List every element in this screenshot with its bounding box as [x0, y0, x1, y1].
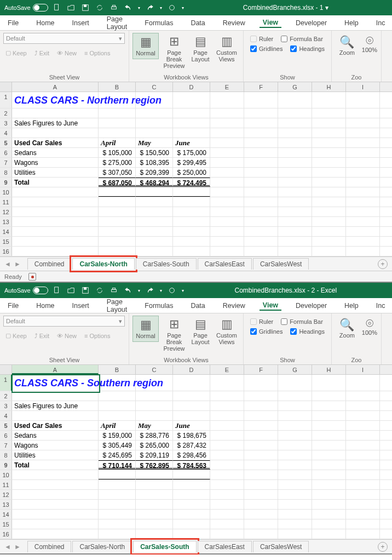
cell[interactable] — [244, 92, 278, 108]
cell[interactable] — [244, 118, 278, 128]
cell[interactable]: $ 307,050 — [99, 168, 136, 177]
cell[interactable] — [312, 237, 346, 246]
cell[interactable] — [244, 401, 278, 410]
row-header-13[interactable]: 13 — [0, 217, 12, 226]
cell[interactable] — [278, 217, 312, 226]
cell[interactable] — [136, 118, 173, 128]
cell[interactable] — [346, 375, 380, 391]
exit-button[interactable]: ⤴ Exit — [32, 48, 51, 58]
headings-checkbox[interactable]: Headings — [290, 45, 324, 52]
cell[interactable] — [244, 411, 278, 420]
cell[interactable] — [278, 168, 312, 177]
cell[interactable] — [136, 108, 173, 118]
cell[interactable] — [173, 490, 210, 499]
cell[interactable] — [136, 470, 173, 479]
autosave-toggle[interactable]: AutoSave — [4, 287, 48, 294]
page-break-preview-button[interactable]: ⊞Page Break Preview — [161, 316, 187, 354]
zoom-button[interactable]: 🔍Zoom — [335, 316, 359, 341]
undo-dropdown-icon[interactable]: ▾ — [138, 5, 140, 10]
new-button[interactable]: 👁 New — [55, 331, 79, 340]
undo-icon[interactable] — [124, 3, 132, 12]
cell[interactable] — [278, 158, 312, 167]
open-icon[interactable] — [67, 3, 76, 12]
cell[interactable] — [210, 401, 244, 410]
cell[interactable] — [244, 441, 278, 450]
ribbon-tab-insert[interactable]: Insert — [69, 301, 93, 311]
cell[interactable] — [346, 118, 380, 128]
cell[interactable] — [244, 450, 278, 460]
ruler-checkbox[interactable]: Ruler — [250, 318, 273, 325]
cell[interactable] — [99, 187, 136, 197]
cell[interactable] — [99, 108, 136, 118]
gridlines-checkbox[interactable]: Gridlines — [250, 328, 283, 335]
cell[interactable] — [136, 247, 173, 256]
cell[interactable]: $ 175,000 — [173, 148, 210, 157]
cell[interactable]: Total — [12, 178, 99, 187]
cell[interactable] — [278, 490, 312, 499]
col-header-G[interactable]: G — [278, 365, 312, 374]
cell[interactable] — [12, 529, 99, 539]
cell[interactable]: $ 198,675 — [173, 431, 210, 440]
cell[interactable] — [136, 480, 173, 489]
cell[interactable]: $ 762,895 — [136, 460, 173, 470]
cell[interactable] — [210, 138, 244, 147]
cell[interactable] — [278, 197, 312, 207]
row-header-13[interactable]: 13 — [0, 500, 12, 509]
cell[interactable] — [210, 148, 244, 157]
cell[interactable] — [99, 217, 136, 226]
cell[interactable] — [210, 500, 244, 509]
cell[interactable] — [173, 401, 210, 410]
cell[interactable] — [244, 480, 278, 489]
cell[interactable] — [244, 490, 278, 499]
cell[interactable] — [278, 431, 312, 440]
row-header-11[interactable]: 11 — [0, 197, 12, 207]
cell[interactable] — [312, 460, 346, 470]
cell[interactable] — [210, 92, 244, 108]
cell[interactable] — [244, 519, 278, 529]
cell[interactable]: $ 150,500 — [136, 148, 173, 157]
cell[interactable] — [346, 158, 380, 167]
cell[interactable]: Used Car Sales — [12, 138, 99, 147]
cell[interactable]: $ 305,449 — [99, 441, 136, 450]
ribbon-tab-help[interactable]: Help — [341, 301, 362, 311]
undo-icon[interactable] — [124, 286, 132, 295]
open-icon[interactable] — [67, 286, 76, 295]
row-header-16[interactable]: 16 — [0, 247, 12, 256]
cell[interactable] — [12, 197, 99, 207]
cell[interactable]: $ 298,456 — [173, 450, 210, 460]
row-header-15[interactable]: 15 — [0, 519, 12, 529]
select-all-corner[interactable] — [0, 365, 12, 374]
cell[interactable] — [173, 187, 210, 197]
row-header-3[interactable]: 3 — [0, 118, 12, 128]
ribbon-tab-view[interactable]: View — [260, 18, 281, 28]
cell[interactable] — [312, 187, 346, 197]
cell[interactable] — [278, 118, 312, 128]
cell[interactable] — [244, 148, 278, 157]
select-all-corner[interactable] — [0, 82, 12, 92]
cell[interactable] — [278, 128, 312, 138]
cell[interactable] — [244, 431, 278, 440]
cell[interactable] — [312, 227, 346, 236]
undo-dropdown-icon[interactable]: ▾ — [138, 288, 140, 293]
cell[interactable] — [12, 480, 99, 489]
cell[interactable] — [12, 237, 99, 246]
cell[interactable] — [346, 519, 380, 529]
keep-button[interactable]: ▢ Keep — [3, 48, 29, 58]
sheet-tab-carsaleseast[interactable]: CarSalesEast — [198, 541, 252, 552]
cell[interactable] — [278, 92, 312, 108]
cell[interactable] — [173, 247, 210, 256]
cell[interactable]: April — [99, 421, 136, 430]
sheet-tab-carsales-north[interactable]: CarSales-North — [72, 258, 134, 270]
gridlines-checkbox[interactable]: Gridlines — [250, 45, 283, 52]
cell[interactable] — [346, 128, 380, 138]
sheet-tab-carsaleseast[interactable]: CarSalesEast — [198, 258, 252, 270]
sync-icon[interactable] — [95, 286, 104, 295]
cell[interactable] — [173, 237, 210, 246]
title-cell[interactable]: CLASS CARS - Southern region — [12, 375, 99, 391]
cell[interactable] — [278, 391, 312, 401]
cell[interactable] — [210, 391, 244, 401]
cell[interactable] — [99, 470, 136, 479]
cell[interactable] — [136, 510, 173, 519]
col-header-A[interactable]: A — [12, 82, 99, 92]
cell[interactable] — [346, 391, 380, 401]
